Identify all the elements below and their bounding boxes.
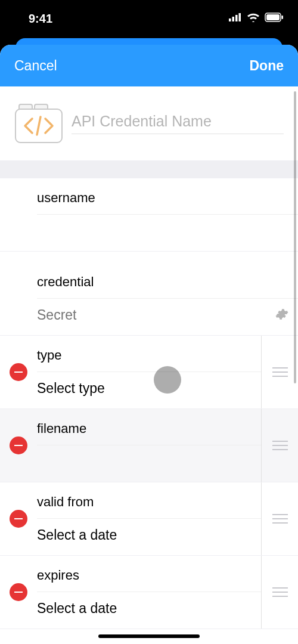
wifi-icon bbox=[247, 13, 260, 24]
valid-from-label: valid from bbox=[37, 494, 261, 519]
expires-date-picker[interactable]: Select a date bbox=[37, 600, 252, 617]
credential-label: credential bbox=[37, 274, 298, 299]
reorder-handle-icon[interactable] bbox=[272, 441, 288, 450]
home-indicator[interactable] bbox=[98, 634, 200, 638]
status-bar: 9:41 bbox=[0, 0, 298, 35]
cancel-button[interactable]: Cancel bbox=[14, 58, 57, 74]
delete-filename-button[interactable] bbox=[10, 436, 27, 454]
delete-valid-from-button[interactable] bbox=[10, 510, 27, 528]
field-type: type Select type bbox=[0, 336, 298, 409]
delete-type-button[interactable] bbox=[10, 363, 27, 381]
gear-icon[interactable] bbox=[275, 308, 288, 323]
title-section bbox=[0, 86, 298, 160]
content-scroll[interactable]: username credential bbox=[0, 86, 298, 644]
nav-bar: Cancel Done bbox=[0, 45, 298, 86]
reorder-handle-icon[interactable] bbox=[272, 514, 288, 524]
type-label: type bbox=[37, 348, 261, 372]
svg-rect-0 bbox=[229, 18, 231, 21]
cellular-icon bbox=[229, 13, 242, 24]
credential-name-input[interactable] bbox=[72, 113, 284, 130]
svg-rect-1 bbox=[232, 17, 235, 21]
field-valid-from: valid from Select a date bbox=[0, 482, 298, 556]
valid-from-date-picker[interactable]: Select a date bbox=[37, 527, 252, 543]
reorder-handle-icon[interactable] bbox=[272, 587, 288, 597]
svg-rect-3 bbox=[239, 13, 241, 21]
api-credential-icon bbox=[14, 103, 63, 144]
status-time: 9:41 bbox=[14, 12, 229, 26]
svg-rect-2 bbox=[235, 15, 238, 21]
reorder-handle-icon[interactable] bbox=[272, 367, 288, 377]
status-icons bbox=[229, 13, 284, 24]
field-filename: filename bbox=[0, 409, 298, 482]
field-expires: expires Select a date bbox=[0, 556, 298, 629]
filename-label: filename bbox=[37, 421, 261, 445]
filename-input[interactable] bbox=[37, 454, 252, 470]
done-button[interactable]: Done bbox=[250, 58, 284, 74]
svg-rect-5 bbox=[266, 14, 280, 20]
battery-icon bbox=[265, 13, 284, 24]
credential-secret-input[interactable] bbox=[37, 307, 275, 323]
field-username: username bbox=[0, 178, 298, 252]
scroll-indicator bbox=[294, 91, 296, 383]
modal-sheet: Cancel Done use bbox=[0, 45, 298, 644]
type-select[interactable]: Select type bbox=[37, 380, 252, 397]
username-input[interactable] bbox=[37, 223, 288, 239]
field-credential: credential bbox=[0, 262, 298, 336]
delete-expires-button[interactable] bbox=[10, 583, 27, 601]
username-label: username bbox=[37, 190, 298, 215]
section-gap bbox=[0, 160, 298, 178]
expires-label: expires bbox=[37, 568, 261, 592]
title-input-wrap bbox=[72, 113, 284, 134]
svg-rect-6 bbox=[282, 16, 284, 19]
